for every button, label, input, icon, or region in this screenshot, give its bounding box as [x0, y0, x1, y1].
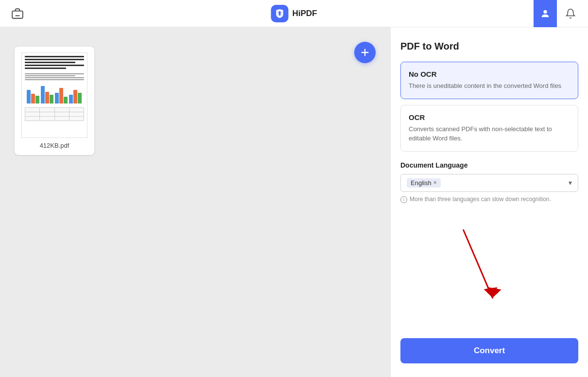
app-name: HiPDF: [293, 9, 317, 18]
document-language-label: Document Language: [400, 161, 578, 169]
ocr-description: Converts scanned PDFs with non-selectabl…: [409, 124, 570, 143]
add-file-button[interactable]: [354, 42, 376, 63]
remove-language-button[interactable]: ×: [433, 179, 437, 186]
language-tag: English ×: [407, 178, 441, 188]
panel-title: PDF to Word: [400, 41, 578, 52]
svg-marker-7: [485, 287, 502, 299]
svg-marker-8: [484, 287, 498, 298]
chart-preview: [25, 86, 84, 103]
no-ocr-option[interactable]: No OCR There is uneditable content in th…: [400, 62, 578, 99]
ocr-label: OCR: [409, 113, 570, 121]
user-avatar[interactable]: [534, 0, 557, 27]
notification-bell-icon[interactable]: [563, 6, 578, 21]
header-center: HiPDF: [271, 5, 317, 22]
no-ocr-label: No OCR: [409, 70, 570, 78]
language-hint: i More than three languages can slow dow…: [400, 196, 578, 203]
no-ocr-description: There is uneditable content in the conve…: [409, 81, 570, 91]
toolbox-icon[interactable]: [10, 6, 25, 21]
svg-line-6: [464, 230, 493, 298]
hipdf-logo-icon: [271, 5, 289, 22]
file-preview: [21, 52, 87, 138]
ocr-option[interactable]: OCR Converts scanned PDFs with non-selec…: [400, 105, 578, 152]
main-layout: 412KB.pdf PDF to Word No OCR There is un…: [0, 27, 588, 377]
red-arrow-svg: [400, 203, 578, 335]
language-select[interactable]: English × ▾: [400, 174, 578, 192]
svg-point-3: [543, 10, 547, 13]
right-panel: PDF to Word No OCR There is uneditable c…: [390, 27, 588, 377]
file-card: 412KB.pdf: [15, 47, 94, 155]
chevron-down-icon: ▾: [569, 179, 572, 187]
header: HiPDF: [0, 0, 588, 27]
svg-rect-0: [12, 11, 23, 18]
info-icon: i: [400, 196, 407, 203]
file-area: 412KB.pdf: [0, 27, 390, 377]
header-right: [534, 0, 578, 27]
file-name: 412KB.pdf: [40, 142, 69, 149]
arrow-annotation: [400, 203, 578, 335]
table-preview: [25, 107, 84, 121]
convert-button[interactable]: Convert: [400, 338, 578, 363]
header-left: [10, 6, 25, 21]
